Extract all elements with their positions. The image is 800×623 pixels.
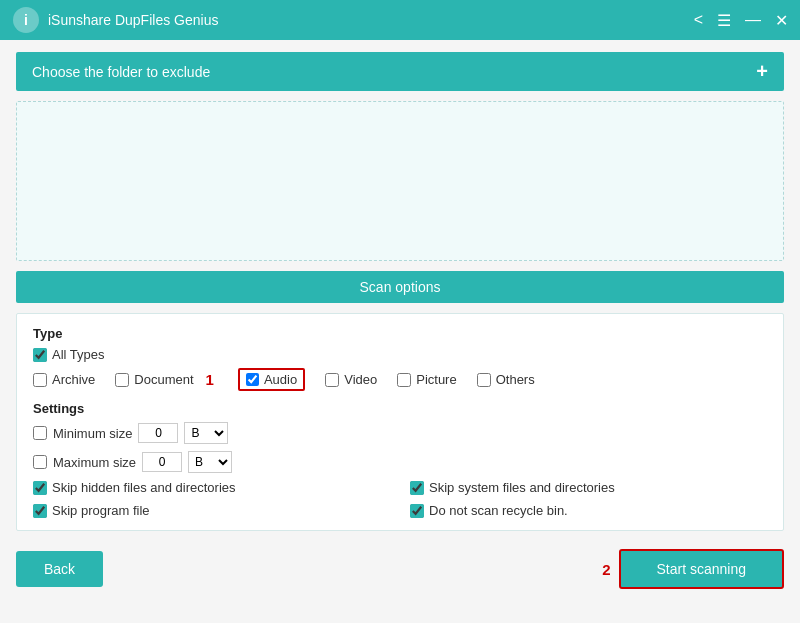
- app-logo: i: [12, 6, 40, 34]
- all-types-checkbox-item[interactable]: All Types: [33, 347, 105, 362]
- skip-hidden-checkbox[interactable]: [33, 481, 47, 495]
- skip-system-checkbox[interactable]: [410, 481, 424, 495]
- minimize-icon[interactable]: —: [745, 11, 761, 29]
- max-size-row: Maximum size BKBMBGB: [33, 451, 767, 473]
- min-size-input[interactable]: [138, 423, 178, 443]
- bottom-bar: Back 2 Start scanning: [16, 541, 784, 593]
- max-size-checkbox[interactable]: [33, 455, 47, 469]
- min-size-label: Minimum size: [53, 426, 132, 441]
- picture-checkbox[interactable]: [397, 373, 411, 387]
- video-label: Video: [344, 372, 377, 387]
- no-recycle-checkbox[interactable]: [410, 504, 424, 518]
- choose-folder-label: Choose the folder to exclude: [32, 64, 210, 80]
- folder-drop-area[interactable]: [16, 101, 784, 261]
- title-bar: i iSunshare DupFiles Genius < ☰ — ✕: [0, 0, 800, 40]
- badge-2: 2: [602, 561, 610, 578]
- picture-label: Picture: [416, 372, 456, 387]
- document-label: Document: [134, 372, 193, 387]
- badge-1: 1: [206, 371, 214, 388]
- settings-checkboxes: Skip hidden files and directories Skip s…: [33, 480, 767, 518]
- type-items-row: Archive Document 1 Audio Video: [33, 368, 767, 391]
- no-recycle-label: Do not scan recycle bin.: [429, 503, 568, 518]
- video-checkbox[interactable]: [325, 373, 339, 387]
- video-checkbox-item[interactable]: Video: [325, 372, 377, 387]
- share-icon[interactable]: <: [694, 11, 703, 29]
- skip-program-checkbox[interactable]: [33, 504, 47, 518]
- audio-label: Audio: [264, 372, 297, 387]
- min-size-checkbox-item[interactable]: [33, 426, 47, 440]
- min-size-checkbox[interactable]: [33, 426, 47, 440]
- audio-checkbox-item[interactable]: Audio: [238, 368, 305, 391]
- archive-checkbox[interactable]: [33, 373, 47, 387]
- others-checkbox-item[interactable]: Others: [477, 372, 535, 387]
- window-controls: < ☰ — ✕: [694, 11, 788, 30]
- others-checkbox[interactable]: [477, 373, 491, 387]
- main-content: Choose the folder to exclude + Scan opti…: [0, 40, 800, 623]
- all-types-label: All Types: [52, 347, 105, 362]
- close-icon[interactable]: ✕: [775, 11, 788, 30]
- document-checkbox[interactable]: [115, 373, 129, 387]
- menu-icon[interactable]: ☰: [717, 11, 731, 30]
- max-size-checkbox-item[interactable]: [33, 455, 47, 469]
- min-size-row: Minimum size BKBMBGB: [33, 422, 767, 444]
- audio-checkbox[interactable]: [246, 373, 259, 386]
- picture-checkbox-item[interactable]: Picture: [397, 372, 456, 387]
- settings-section-label: Settings: [33, 401, 767, 416]
- scan-options-body: Type All Types Archive Document: [16, 313, 784, 531]
- no-recycle-checkbox-item[interactable]: Do not scan recycle bin.: [410, 503, 767, 518]
- skip-system-checkbox-item[interactable]: Skip system files and directories: [410, 480, 767, 495]
- skip-hidden-label: Skip hidden files and directories: [52, 480, 236, 495]
- type-section: Type All Types Archive Document: [33, 326, 767, 391]
- skip-system-label: Skip system files and directories: [429, 480, 615, 495]
- max-size-label: Maximum size: [53, 455, 136, 470]
- type-section-label: Type: [33, 326, 767, 341]
- settings-section: Settings Minimum size BKBMBGB: [33, 401, 767, 518]
- scan-options-bar: Scan options: [16, 271, 784, 303]
- archive-checkbox-item[interactable]: Archive: [33, 372, 95, 387]
- app-title: iSunshare DupFiles Genius: [48, 12, 694, 28]
- skip-program-label: Skip program file: [52, 503, 150, 518]
- skip-hidden-checkbox-item[interactable]: Skip hidden files and directories: [33, 480, 390, 495]
- skip-program-checkbox-item[interactable]: Skip program file: [33, 503, 390, 518]
- choose-folder-bar[interactable]: Choose the folder to exclude +: [16, 52, 784, 91]
- add-folder-button[interactable]: +: [756, 60, 768, 83]
- start-scanning-button[interactable]: Start scanning: [619, 549, 785, 589]
- document-checkbox-item[interactable]: Document: [115, 372, 193, 387]
- scan-options-label: Scan options: [360, 279, 441, 295]
- max-size-input[interactable]: [142, 452, 182, 472]
- min-size-unit[interactable]: BKBMBGB: [184, 422, 228, 444]
- svg-text:i: i: [24, 12, 28, 28]
- all-types-checkbox[interactable]: [33, 348, 47, 362]
- others-label: Others: [496, 372, 535, 387]
- archive-label: Archive: [52, 372, 95, 387]
- max-size-unit[interactable]: BKBMBGB: [188, 451, 232, 473]
- back-button[interactable]: Back: [16, 551, 103, 587]
